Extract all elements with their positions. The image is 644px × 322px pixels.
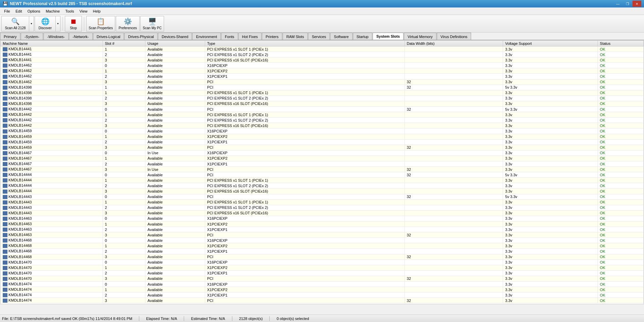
table-row[interactable]: KMDLB144593AvailablePCI323.3vOK	[1, 145, 644, 150]
table-row[interactable]: KMDLB144422AvailablePCI EXPRESS x1 SLOT …	[1, 118, 644, 123]
table-row[interactable]: KMDLB144681AvailableX1PCIEXP23.3vOK	[1, 243, 644, 249]
scan-my-pc-button[interactable]: 🖥️ Scan My PC	[140, 16, 164, 32]
close-button[interactable]: ✕	[632, 1, 641, 7]
table-row[interactable]: KMDLB144633AvailablePCI323.3vOK	[1, 232, 644, 238]
table-row[interactable]: KMDLB143983AvailablePCI EXPRESS x16 SLOT…	[1, 101, 644, 106]
table-row[interactable]: KMDLB144743AvailablePCI323.3vOK	[1, 298, 644, 303]
col-header-1[interactable]: Slot #	[103, 41, 145, 47]
scan-properties-button[interactable]: 📋 Scan Properties	[86, 16, 115, 32]
toolbar: 🔍 Scan All 2128 ▼ 🌐 Discover ▼ ⏹ Stop 📋 …	[0, 15, 644, 33]
tab-primary[interactable]: Primary	[0, 33, 20, 40]
table-row[interactable]: KMDLB144622AvailableX1PCIEXP13.3vOK	[1, 74, 644, 79]
table-row[interactable]: KMDLB143981AvailablePCI325v 3.3vOK	[1, 85, 644, 90]
tab--windows-[interactable]: -Windows-	[43, 33, 69, 40]
menu-machine[interactable]: Machine	[43, 7, 63, 15]
table-row[interactable]: KMDLB144423AvailablePCI EXPRESS x16 SLOT…	[1, 123, 644, 128]
table-row[interactable]: KMDLB144592AvailableX1PCIEXP13.3vOK	[1, 139, 644, 145]
menu-edit[interactable]: Edit	[13, 7, 25, 15]
table-row[interactable]: KMDLB144413AvailablePCI EXPRESS x16 SLOT…	[1, 57, 644, 63]
table-row[interactable]: KMDLB144700AvailableX16PCIEXP3.3vOK	[1, 260, 644, 265]
cell-41-5: 3.3v	[503, 270, 598, 276]
table-row[interactable]: KMDLB144590AvailableX16PCIEXP3.3vOK	[1, 128, 644, 134]
minimize-button[interactable]: —	[613, 1, 622, 7]
table-row[interactable]: KMDLB144741AvailableX1PCIEXP23.3vOK	[1, 287, 644, 292]
table-row[interactable]: KMDLB144433AvailablePCI EXPRESS x16 SLOT…	[1, 210, 644, 216]
table-row[interactable]: KMDLB144441AvailablePCI EXPRESS x1 SLOT …	[1, 178, 644, 183]
preferences-button[interactable]: ⚙️ Preferences	[116, 16, 140, 32]
tab-drives-physical[interactable]: Drives-Physical	[124, 33, 158, 40]
tab--network-[interactable]: -Network-	[69, 33, 93, 40]
cell-24-0: KMDLB14444	[1, 178, 103, 183]
cell-6-4: 32	[405, 79, 503, 85]
cell-32-4	[405, 221, 503, 227]
cell-45-0: KMDLB14474	[1, 292, 103, 298]
col-header-0[interactable]: Machine Name	[1, 41, 103, 47]
discover-dropdown-arrow[interactable]: ▼	[55, 16, 60, 32]
menu-tools[interactable]: Tools	[62, 7, 77, 15]
table-row[interactable]: KMDLB144703AvailablePCI323.3vOK	[1, 276, 644, 281]
col-header-4[interactable]: Data Width (bits)	[405, 41, 503, 47]
table-row[interactable]: KMDLB144671AvailableX1PCIEXP23.3vOK	[1, 156, 644, 161]
tab-software[interactable]: Software	[330, 33, 352, 40]
table-row[interactable]: KMDLB144443AvailablePCI EXPRESS x16 SLOT…	[1, 189, 644, 194]
table-row[interactable]: KMDLB144683AvailablePCI323.3vOK	[1, 254, 644, 260]
tab-virtual-memory[interactable]: Virtual Memory	[404, 33, 436, 40]
col-header-6[interactable]: Status	[598, 41, 644, 47]
scan-all-dropdown-arrow[interactable]: ▼	[29, 16, 34, 32]
table-row[interactable]: KMDLB144672AvailableX1PCIEXP13.3vOK	[1, 161, 644, 166]
table-row[interactable]: KMDLB144411AvailablePCI EXPRESS x1 SLOT …	[1, 47, 644, 52]
table-row[interactable]: KMDLB144631AvailableX1PCIEXP23.3vOK	[1, 221, 644, 227]
table-row[interactable]: KMDLB144591AvailableX1PCIEXP23.3vOK	[1, 134, 644, 139]
menu-options[interactable]: Options	[25, 7, 43, 15]
tab-virus-definitions[interactable]: Virus Definitions	[437, 33, 471, 40]
table-row[interactable]: KMDLB144623AvailablePCI323.3vOK	[1, 79, 644, 85]
menu-help[interactable]: Help	[90, 7, 104, 15]
table-row[interactable]: KMDLB144680AvailableX16PCIEXP3.3vOK	[1, 238, 644, 243]
tab-services[interactable]: Services	[308, 33, 330, 40]
table-row[interactable]: KMDLB144621AvailableX1PCIEXP23.3vOK	[1, 68, 644, 74]
table-row[interactable]: KMDLB144673In UsePCI323.3vOK	[1, 167, 644, 172]
tab-devices-shared[interactable]: Devices-Shared	[158, 33, 192, 40]
table-row[interactable]: KMDLB144702AvailableX1PCIEXP13.3vOK	[1, 270, 644, 276]
menu-file[interactable]: File	[1, 7, 13, 15]
tab--system-[interactable]: -System-	[21, 33, 43, 40]
restore-button[interactable]: ❐	[623, 1, 632, 7]
table-row[interactable]: KMDLB144431AvailablePCI EXPRESS x1 SLOT …	[1, 199, 644, 205]
scan-all-button[interactable]: 🔍 Scan All 2128	[2, 16, 29, 32]
table-row[interactable]: KMDLB143982AvailablePCI EXPRESS x1 SLOT …	[1, 95, 644, 101]
stop-button[interactable]: ⏹ Stop	[65, 16, 82, 32]
table-row[interactable]: KMDLB144630AvailableX16PCIEXP3.3vOK	[1, 216, 644, 221]
table-row[interactable]: KMDLB144742AvailableX1PCIEXP13.3vOK	[1, 292, 644, 298]
tab-drives-logical[interactable]: Drives-Logical	[93, 33, 124, 40]
cell-17-6: OK	[598, 139, 644, 145]
tab-startup[interactable]: Startup	[353, 33, 372, 40]
table-row[interactable]: KMDLB144740AvailableX16PCIEXP3.3vOK	[1, 282, 644, 287]
tab-system-slots[interactable]: System Slots	[373, 33, 404, 40]
table-row[interactable]: KMDLB144421AvailablePCI EXPRESS x1 SLOT …	[1, 112, 644, 118]
menu-view[interactable]: View	[77, 7, 90, 15]
cell-42-2: Available	[145, 276, 205, 281]
col-header-5[interactable]: Voltage Support	[503, 41, 598, 47]
table-row[interactable]: KMDLB144432AvailablePCI EXPRESS x1 SLOT …	[1, 205, 644, 210]
tab-fonts[interactable]: Fonts	[221, 33, 238, 40]
table-row[interactable]: KMDLB144682AvailableX1PCIEXP13.3vOK	[1, 249, 644, 254]
table-row[interactable]: KMDLB144420AvailablePCI325v 3.3vOK	[1, 107, 644, 112]
tab-ram-slots[interactable]: RAM Slots	[283, 33, 308, 40]
tab-hot-fixes[interactable]: Hot Fixes	[238, 33, 262, 40]
discover-button[interactable]: 🌐 Discover	[35, 16, 55, 32]
tab-printers[interactable]: Printers	[262, 33, 282, 40]
table-row[interactable]: KMDLB143981AvailablePCI EXPRESS x1 SLOT …	[1, 90, 644, 95]
table-row[interactable]: KMDLB144701AvailableX1PCIEXP23.3vOK	[1, 265, 644, 270]
table-row[interactable]: KMDLB144670In UseX16PCIEXP3.3vOK	[1, 150, 644, 156]
row-machine-icon	[3, 184, 7, 188]
table-row[interactable]: KMDLB144412AvailablePCI EXPRESS x1 SLOT …	[1, 52, 644, 57]
col-header-3[interactable]: Type	[205, 41, 405, 47]
col-header-2[interactable]: Usage	[145, 41, 205, 47]
table-row[interactable]: KMDLB144430AvailablePCI325v 3.3vOK	[1, 194, 644, 199]
tab-environment[interactable]: Environment	[192, 33, 221, 40]
table-row[interactable]: KMDLB144632AvailableX1PCIEXP13.3vOK	[1, 227, 644, 232]
table-row[interactable]: KMDLB144620AvailableX16PCIEXP3.3vOK	[1, 63, 644, 68]
table-row[interactable]: KMDLB144440AvailablePCI325v 3.3vOK	[1, 172, 644, 178]
table-row[interactable]: KMDLB144442AvailablePCI EXPRESS x1 SLOT …	[1, 183, 644, 189]
table-container[interactable]: Machine NameSlot #UsageTypeData Width (b…	[0, 40, 644, 304]
